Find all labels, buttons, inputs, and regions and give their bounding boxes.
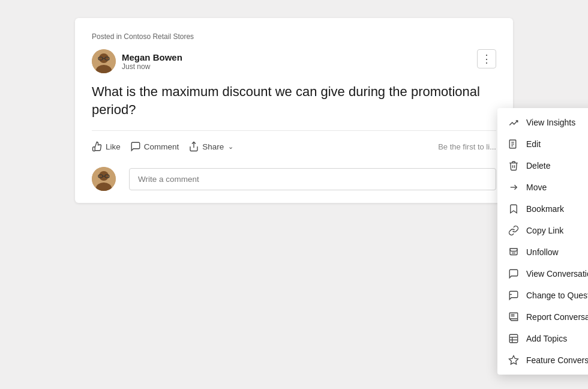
- menu-item-unfollow[interactable]: Unfollow: [497, 241, 588, 263]
- insights-icon: [508, 117, 519, 128]
- topics-icon: [508, 333, 519, 344]
- posted-in-label: Posted in Contoso Retail Stores: [92, 32, 496, 41]
- menu-label: Bookmark: [526, 204, 564, 214]
- menu-label: Report Conversation: [526, 312, 588, 322]
- feature-icon: [508, 355, 519, 366]
- menu-item-bookmark[interactable]: Bookmark: [497, 198, 588, 220]
- menu-label: View Insights: [526, 118, 575, 127]
- delete-icon: [508, 160, 519, 171]
- comment-button[interactable]: Comment: [130, 138, 187, 155]
- avatar: [92, 49, 116, 73]
- svg-rect-16: [509, 334, 518, 343]
- post-title: What is the maximum discount we can give…: [92, 83, 496, 118]
- share-button[interactable]: Share ⌄: [188, 138, 233, 155]
- menu-item-report-conversation[interactable]: Report Conversation: [497, 306, 588, 328]
- comment-row: [92, 167, 496, 191]
- ellipsis-icon: ⋮: [481, 52, 493, 65]
- be-first-label: Be the first to li...: [438, 142, 496, 151]
- like-button[interactable]: Like: [92, 138, 128, 155]
- copy-link-icon: [508, 225, 519, 236]
- svg-marker-20: [509, 356, 518, 364]
- menu-label: Change to Question: [526, 291, 588, 300]
- like-label: Like: [106, 142, 121, 151]
- commenter-avatar: [92, 167, 116, 191]
- menu-item-move[interactable]: Move: [497, 176, 588, 198]
- conversation-icon: [508, 268, 519, 279]
- post-card: Posted in Contoso Retail Stores Megan Bo…: [75, 18, 513, 203]
- more-options-button[interactable]: ⋮: [477, 49, 496, 68]
- menu-item-change-to-question[interactable]: Change to Question: [497, 285, 588, 306]
- menu-item-edit[interactable]: Edit: [497, 133, 588, 155]
- author-name: Megan Bowen: [122, 52, 182, 62]
- share-icon: [188, 141, 199, 152]
- comment-input[interactable]: [129, 168, 496, 190]
- menu-item-view-insights[interactable]: View Insights: [497, 112, 588, 133]
- menu-item-delete[interactable]: Delete: [497, 155, 588, 176]
- question-icon: [508, 290, 519, 301]
- comment-icon: [130, 141, 141, 152]
- menu-label: View Conversation: [526, 269, 588, 279]
- action-row: Like Comment Share ⌄ Be the first to li.…: [92, 130, 496, 155]
- share-label: Share: [202, 142, 224, 151]
- menu-label: Feature Conversation: [526, 355, 588, 365]
- menu-label: Add Topics: [526, 334, 567, 343]
- menu-item-copy-link[interactable]: Copy Link: [497, 220, 588, 241]
- like-icon: [92, 141, 103, 152]
- move-icon: [508, 182, 519, 193]
- comment-label: Comment: [144, 142, 179, 151]
- menu-label: Copy Link: [526, 226, 563, 235]
- unfollow-icon: [508, 247, 519, 258]
- context-menu: View Insights Edit Delete: [497, 108, 588, 375]
- author-info: Megan Bowen Just now: [122, 52, 182, 71]
- report-icon: [508, 312, 519, 322]
- chevron-down-icon: ⌄: [228, 143, 233, 151]
- author-row: Megan Bowen Just now ⋮ View Insights: [92, 49, 496, 73]
- menu-item-add-topics[interactable]: Add Topics: [497, 328, 588, 349]
- menu-label: Unfollow: [526, 247, 559, 257]
- post-time: Just now: [122, 62, 182, 71]
- menu-item-feature-conversation[interactable]: Feature Conversation: [497, 349, 588, 371]
- menu-label: Move: [526, 182, 547, 192]
- menu-item-view-conversation[interactable]: View Conversation: [497, 263, 588, 285]
- menu-label: Delete: [526, 161, 550, 170]
- menu-label: Edit: [526, 139, 541, 149]
- bookmark-icon: [508, 204, 519, 214]
- edit-icon: [508, 139, 519, 149]
